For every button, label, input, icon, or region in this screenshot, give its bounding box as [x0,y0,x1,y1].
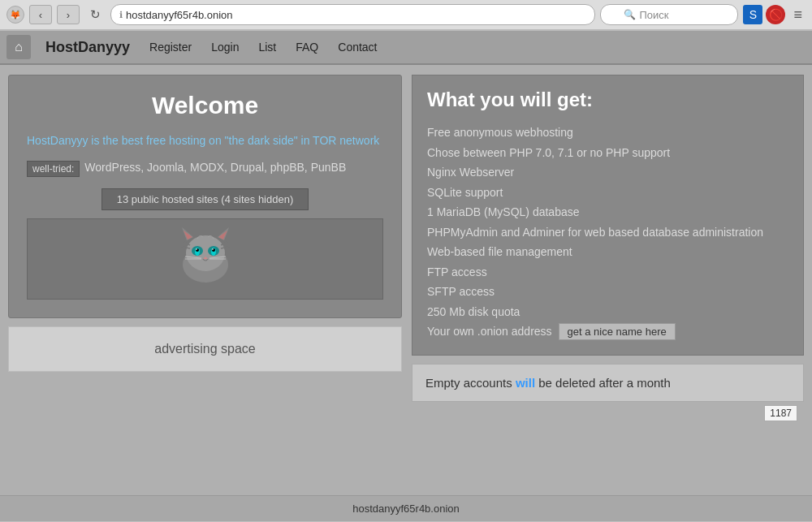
nav-register[interactable]: Register [140,41,201,54]
list-item: 250 Mb disk quota [427,302,788,322]
hosted-sites-badge: 13 public hosted sites (4 sites hidden) [102,188,309,210]
list-item: Nginx Webserver [427,162,788,183]
extension-s-icon[interactable]: S [743,5,762,24]
welcome-title: Welcome [27,92,383,119]
well-tried-apps: WordPress, Joomla, MODX, Drupal, phpBB, … [84,161,346,174]
svg-point-1 [186,235,225,271]
advertising-text: advertising space [154,342,256,356]
search-bar[interactable]: 🔍 Поиск [600,4,738,25]
search-icon: 🔍 [624,9,636,20]
nav-bar: ⌂ HostDanyyy Register Login List FAQ Con… [0,31,812,65]
browser-menu-button[interactable]: ≡ [790,6,806,24]
list-item: Web-based file management [427,242,788,262]
counter-row: 1187 [8,402,804,425]
svg-point-16 [196,248,197,250]
will-text: will [516,376,535,390]
right-panel: What you will get: Free anonymous webhos… [412,75,804,402]
back-button[interactable]: ‹ [29,5,52,24]
cat-image-box [27,218,383,300]
list-item: Chose between PHP 7.0, 7.1 or no PHP sup… [427,143,788,163]
get-box: What you will get: Free anonymous webhos… [412,75,804,356]
url-text: hostdanyyf65r4b.onion [126,9,233,21]
well-tried-badge: well-tried: [27,161,80,177]
url-bar[interactable]: ℹ hostdanyyf65r4b.onion [110,4,595,25]
nav-contact[interactable]: Contact [328,41,387,54]
nav-faq[interactable]: FAQ [286,41,328,54]
empty-accounts-text-before: Empty accounts [425,376,516,390]
footer: hostdanyyf65r4b.onion [0,495,812,521]
empty-accounts-box: Empty accounts will be deleted after a m… [412,364,804,402]
nice-name-button[interactable]: get a nice name here [559,323,676,340]
extension-r-icon[interactable]: 🚫 [766,5,785,24]
refresh-button[interactable]: ↻ [84,4,106,25]
counter-badge: 1187 [764,405,797,421]
empty-accounts-text-after: be deleted after a month [535,376,671,390]
content-grid: Welcome HostDanyyy is the best free host… [8,75,804,402]
get-list: Free anonymous webhosting Chose between … [427,123,788,342]
well-tried-row: well-tried: WordPress, Joomla, MODX, Dru… [27,161,383,177]
nav-list[interactable]: List [248,41,286,54]
left-panel: Welcome HostDanyyy is the best free host… [8,75,402,402]
page-body: Welcome HostDanyyy is the best free host… [0,65,812,495]
onion-label: Your own .onion address [427,321,552,342]
nav-login[interactable]: Login [201,41,248,54]
list-item: 1 MariaDB (MySQL) database [427,202,788,222]
welcome-box: Welcome HostDanyyy is the best free host… [8,75,402,318]
svg-point-17 [212,248,214,250]
welcome-description: HostDanyyy is the best free hosting on "… [27,132,383,149]
brand-label[interactable]: HostDanyyy [36,39,140,56]
extension-icons: S 🚫 [743,5,785,24]
search-placeholder: Поиск [639,9,668,21]
svg-line-8 [221,242,227,245]
list-item: FTP access [427,262,788,283]
home-button[interactable]: ⌂ [6,35,31,59]
app-menu-button[interactable]: 🦊 [6,6,24,24]
list-item: SQLite support [427,183,788,203]
list-item: SFTP access [427,282,788,302]
advertising-box: advertising space [8,326,402,372]
svg-line-6 [184,242,190,245]
browser-toolbar: 🦊 ‹ › ↻ ℹ hostdanyyf65r4b.onion 🔍 Поиск … [0,0,812,30]
forward-button[interactable]: › [57,5,80,24]
get-title: What you will get: [427,88,788,111]
list-item: Free anonymous webhosting [427,123,788,143]
list-item: PHPMyAdmin and Adminer for web based dat… [427,222,788,243]
security-icon: ℹ [119,10,123,20]
footer-url: hostdanyyf65r4b.onion [352,503,460,515]
browser-chrome: 🦊 ‹ › ↻ ℹ hostdanyyf65r4b.onion 🔍 Поиск … [0,0,812,31]
cat-illustration [169,222,242,296]
onion-address-row: Your own .onion address get a nice name … [427,321,788,342]
